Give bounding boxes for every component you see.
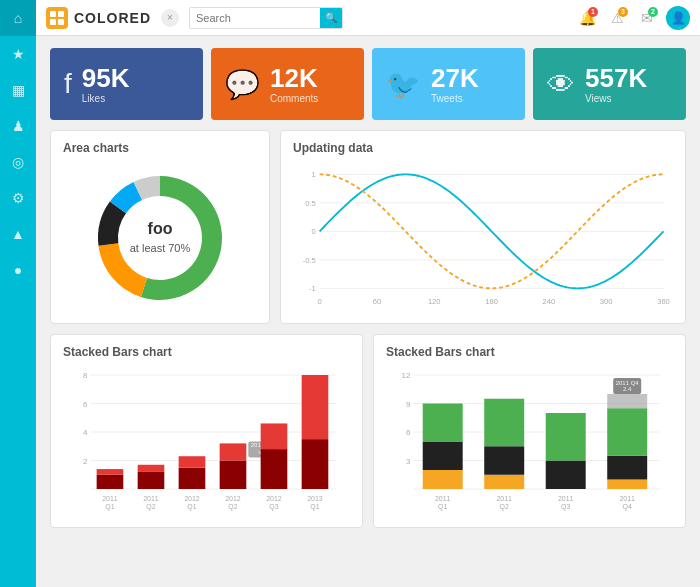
circle-icon[interactable]: ●	[0, 252, 36, 288]
stat-card-1: 💬12KComments	[211, 48, 364, 120]
x-axis-label: 180	[485, 297, 498, 306]
bar-charts-row: Stacked Bars chart 24682011Q12011Q22012Q…	[50, 334, 686, 528]
stat-card-value-2: 27K	[431, 65, 479, 91]
charts-row-1: Area charts fooat least 70% Updating dat…	[50, 130, 686, 324]
stat-card-label-3: Views	[585, 93, 647, 104]
bar-segment-dark	[261, 449, 288, 489]
bar-segment-green	[546, 413, 586, 461]
line-chart-title: Updating data	[293, 141, 673, 155]
bar-segment-red	[261, 423, 288, 449]
stat-card-data-2: 27KTweets	[431, 65, 479, 104]
y-label: 2	[83, 457, 88, 466]
notification-mail[interactable]: ✉ 2	[636, 7, 658, 29]
stat-card-2: 🐦27KTweets	[372, 48, 525, 120]
bar-segment-dark	[220, 461, 247, 490]
stat-card-label-0: Likes	[82, 93, 130, 104]
y-label: 6	[406, 428, 411, 437]
stacked-bar-left: 24682011Q12011Q22012Q12012Q22012 Q2v.120…	[63, 367, 350, 517]
content-area: f95KLikes💬12KComments🐦27KTweets👁557KView…	[36, 36, 700, 587]
y-label: 12	[402, 371, 411, 380]
stat-card-value-3: 557K	[585, 65, 647, 91]
header-icons: 🔔 1 ⚠ 3 ✉ 2 👤	[576, 6, 690, 30]
line-chart: 10.50-0.5-1060120180240300360	[293, 163, 673, 313]
user-avatar[interactable]: 👤	[666, 6, 690, 30]
triangle-icon[interactable]: ▲	[0, 216, 36, 252]
map-icon[interactable]: ◎	[0, 144, 36, 180]
x-label: 2011Q1	[435, 495, 451, 511]
area-chart-title: Area charts	[63, 141, 257, 155]
bar-segment-black	[484, 446, 524, 475]
y-label: 6	[83, 400, 88, 409]
search-input[interactable]	[190, 8, 320, 28]
bar-segment-green	[423, 404, 463, 442]
x-axis-label: 360	[657, 297, 670, 306]
stacked-bar-left-svg: 24682011Q12011Q22012Q12012Q22012 Q2v.120…	[63, 367, 350, 517]
x-axis-label: 60	[373, 297, 381, 306]
bell-badge: 1	[588, 7, 598, 17]
x-label: 2011Q2	[143, 495, 159, 511]
bar-segment-green	[607, 408, 647, 456]
search-box: 🔍	[189, 7, 343, 29]
stat-card-data-3: 557KViews	[585, 65, 647, 104]
home-icon[interactable]: ⌂	[0, 0, 36, 36]
stacked-bar-left-card: Stacked Bars chart 24682011Q12011Q22012Q…	[50, 334, 363, 528]
x-label: 2011Q3	[558, 495, 574, 511]
stacked-bar-right-svg: 369122011Q12011Q22011Q32011Q42011 Q42.4	[386, 367, 673, 517]
stat-card-icon-0: f	[64, 68, 72, 100]
bar-segment-dark	[179, 468, 206, 489]
bar-segment-black	[546, 461, 586, 490]
stat-card-icon-3: 👁	[547, 68, 575, 101]
svg-rect-3	[58, 19, 64, 25]
bar-segment-red	[179, 456, 206, 467]
stat-card-value-0: 95K	[82, 65, 130, 91]
x-axis-label: 300	[600, 297, 613, 306]
y-axis-label: -1	[309, 284, 316, 293]
stacked-bar-right-card: Stacked Bars chart 369122011Q12011Q22011…	[373, 334, 686, 528]
x-label: 2011Q1	[102, 495, 118, 511]
line-chart-card: Updating data 10.50-0.5-1060120180240300…	[280, 130, 686, 324]
bar-segment-black	[423, 442, 463, 471]
bar-segment-black	[607, 456, 647, 480]
chart-icon[interactable]: ▦	[0, 72, 36, 108]
y-axis-label: 1	[312, 170, 316, 179]
stat-card-label-2: Tweets	[431, 93, 479, 104]
annotation-sublabel: 2.4	[623, 386, 632, 392]
bar-segment-red	[138, 465, 165, 472]
notification-warning[interactable]: ⚠ 3	[606, 7, 628, 29]
x-label: 2012Q2	[225, 495, 241, 511]
y-label: 9	[406, 400, 411, 409]
donut-center-label: foo	[148, 220, 173, 237]
bar-segment-red	[220, 443, 247, 460]
stacked-bar-left-title: Stacked Bars chart	[63, 345, 350, 359]
bar-segment-green	[484, 399, 524, 447]
search-button[interactable]: 🔍	[320, 7, 342, 29]
y-label: 4	[83, 428, 88, 437]
mail-badge: 2	[648, 7, 658, 17]
x-label: 2012Q1	[184, 495, 200, 511]
close-button[interactable]: ×	[161, 9, 179, 27]
stat-card-3: 👁557KViews	[533, 48, 686, 120]
notification-bell[interactable]: 🔔 1	[576, 7, 598, 29]
x-axis-label: 120	[428, 297, 441, 306]
main-area: COLORED × 🔍 🔔 1 ⚠ 3 ✉ 2 👤	[36, 0, 700, 587]
donut-chart: fooat least 70%	[63, 163, 257, 313]
star-icon[interactable]: ★	[0, 36, 36, 72]
stat-card-icon-1: 💬	[225, 68, 260, 101]
bar-segment-yellow	[423, 470, 463, 489]
user-icon[interactable]: ♟	[0, 108, 36, 144]
x-label: 2012Q3	[266, 495, 282, 511]
bar-segment-yellow	[607, 480, 647, 490]
bar-segment-red	[97, 469, 124, 475]
bar-segment-red	[302, 375, 329, 439]
donut-svg: fooat least 70%	[90, 168, 230, 308]
line-chart-svg: 10.50-0.5-1060120180240300360	[293, 163, 673, 313]
x-label: 2011Q4	[619, 495, 635, 511]
stat-card-data-0: 95KLikes	[82, 65, 130, 104]
bar-segment-yellow	[484, 475, 524, 489]
stat-card-0: f95KLikes	[50, 48, 203, 120]
y-axis-label: 0.5	[305, 199, 316, 208]
settings-icon[interactable]: ⚙	[0, 180, 36, 216]
svg-rect-1	[58, 11, 64, 17]
bar-segment-dark	[302, 439, 329, 489]
bar-segment-dark	[97, 475, 124, 489]
